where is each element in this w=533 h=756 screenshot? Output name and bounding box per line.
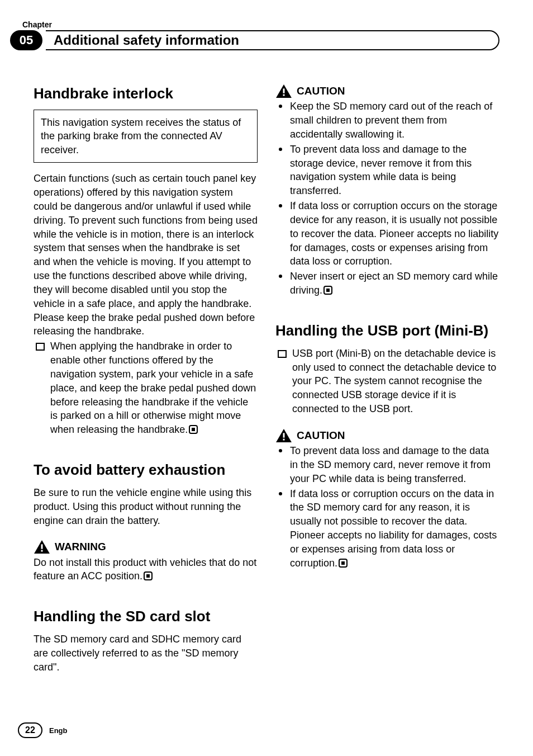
heading-sd-slot: Handling the SD card slot [34, 607, 258, 627]
list-item-text: If data loss or corruption occurs on the… [290, 488, 497, 569]
caution-list: Keep the SD memory card out of the reach… [275, 100, 499, 297]
end-icon [189, 425, 198, 434]
caution-row: CAUTION [275, 428, 499, 443]
list-item: Never insert or eject an SD memory card … [275, 270, 499, 297]
page-number: 22 [18, 722, 42, 738]
note-box: This navigation system receives the stat… [34, 110, 258, 163]
list-item: If data loss or corruption occurs on the… [275, 199, 499, 268]
warning-text: Do not install this product with vehicle… [34, 556, 258, 584]
chapter-title: Additional safety information [46, 30, 499, 50]
end-icon [144, 571, 153, 580]
svg-rect-2 [283, 88, 285, 93]
caution-triangle-icon [275, 428, 292, 443]
footer: 22 Engb [18, 722, 68, 738]
warning-label: WARNING [55, 540, 106, 554]
svg-rect-4 [283, 433, 285, 437]
right-column: CAUTION Keep the SD memory card out of t… [275, 84, 499, 674]
list-item-text: To prevent data loss and damage to the d… [290, 445, 491, 484]
list-item-text: To prevent data loss and damage to the s… [290, 144, 472, 196]
list-item-text: USB port (Mini-B) on the detachable devi… [292, 348, 496, 414]
square-bullet-list: When applying the handbrake in order to … [34, 339, 258, 437]
list-item: If data loss or corruption occurs on the… [275, 487, 499, 570]
chapter-number-badge: 05 [10, 30, 42, 50]
paragraph: Certain functions (such as certain touch… [34, 172, 258, 338]
heading-handbrake: Handbrake interlock [34, 84, 258, 104]
list-item: To prevent data loss and damage to the d… [275, 444, 499, 485]
caution-list: To prevent data loss and damage to the d… [275, 444, 499, 570]
end-icon [339, 559, 348, 568]
caution-triangle-icon [275, 84, 292, 98]
list-item-text: If data loss or corruption occurs on the… [290, 200, 498, 267]
list-item-text: Never insert or eject an SD memory card … [290, 271, 498, 296]
svg-rect-5 [283, 439, 285, 441]
list-item: USB port (Mini-B) on the detachable devi… [275, 347, 499, 416]
header: Chapter 05 Additional safety information [34, 20, 499, 65]
heading-usb: Handling the USB port (Mini-B) [275, 321, 499, 341]
warning-row: WARNING [34, 540, 258, 554]
svg-rect-1 [41, 550, 43, 552]
heading-battery: To avoid battery exhaustion [34, 460, 258, 480]
list-item: Keep the SD memory card out of the reach… [275, 100, 499, 141]
page: Chapter 05 Additional safety information… [0, 0, 533, 756]
caution-label: CAUTION [297, 84, 345, 98]
end-icon [323, 286, 332, 295]
paragraph: Be sure to run the vehicle engine while … [34, 486, 258, 527]
square-bullet-list: USB port (Mini-B) on the detachable devi… [275, 347, 499, 416]
chapter-label: Chapter [22, 20, 499, 29]
list-item: When applying the handbrake in order to … [34, 339, 258, 437]
caution-row: CAUTION [275, 84, 499, 98]
svg-rect-0 [41, 545, 43, 549]
list-item: To prevent data loss and damage to the s… [275, 143, 499, 198]
warning-triangle-icon [34, 540, 50, 554]
content-columns: Handbrake interlock This navigation syst… [34, 84, 499, 674]
list-item-text: Keep the SD memory card out of the reach… [290, 101, 492, 140]
paragraph: The SD memory card and SDHC memory card … [34, 632, 258, 674]
left-column: Handbrake interlock This navigation syst… [34, 84, 258, 674]
list-item-text: When applying the handbrake in order to … [50, 341, 256, 435]
caution-label: CAUTION [297, 428, 345, 443]
language-code: Engb [49, 726, 68, 735]
svg-rect-3 [283, 94, 285, 96]
